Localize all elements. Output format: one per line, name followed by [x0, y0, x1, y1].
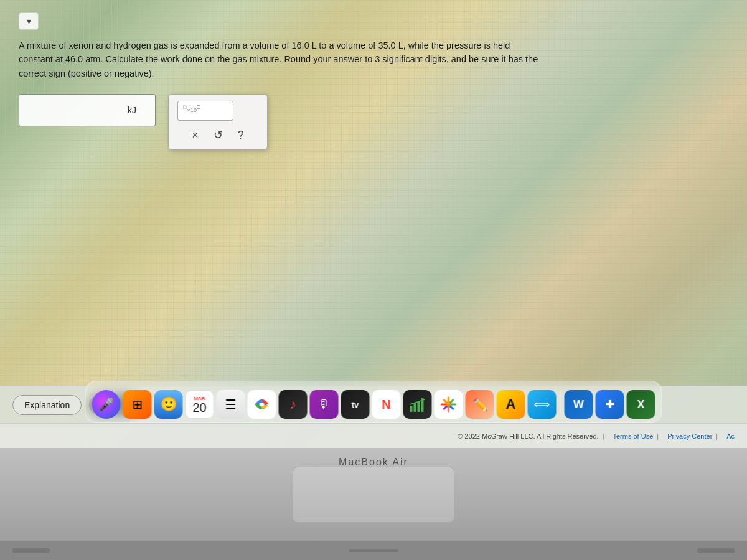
sci-checkbox-icon: □ [183, 104, 186, 110]
dock-item-zoom[interactable]: ✚ [596, 390, 624, 419]
accessibility-link[interactable]: Ac [726, 432, 735, 440]
photos-icon [439, 394, 459, 414]
chevron-down-icon: ▾ [27, 16, 31, 26]
word-icon: W [573, 398, 584, 411]
zoom-icon: ✚ [605, 398, 614, 411]
reminders-icon: ☰ [225, 397, 237, 412]
excel-icon: X [637, 398, 644, 411]
bottom-center-indicator [349, 549, 398, 552]
launchpad-icon: ⊞ [132, 397, 143, 412]
calendar-day: 20 [192, 401, 206, 414]
dock-item-photos[interactable] [435, 390, 463, 419]
popup-buttons: × ↺ ? [177, 127, 258, 143]
svg-rect-2 [410, 406, 413, 412]
chrome-icon [253, 395, 271, 414]
translate-icon: ⟺ [534, 398, 550, 411]
dock-divider [560, 391, 561, 413]
bottom-right-indicator [697, 548, 735, 553]
terms-of-use-link[interactable]: Terms of Use [613, 432, 654, 440]
dock-item-finder[interactable]: 🙂 [154, 390, 183, 419]
dock-item-podcasts[interactable]: 🎙 [310, 390, 339, 419]
podcasts-icon: 🎙 [318, 398, 331, 412]
bottom-indicators [0, 541, 747, 560]
dock-item-news[interactable]: N [372, 390, 401, 419]
finder-icon: 🙂 [160, 396, 177, 413]
sci-exponent: □ [197, 104, 200, 110]
annotate-icon: ✏️ [472, 397, 487, 412]
stocks-icon [409, 396, 426, 413]
unit-label: kJ [128, 105, 136, 115]
privacy-center-link[interactable]: Privacy Center [667, 432, 712, 440]
sci-notation-popup: □ ×10 □ × ↺ ? [168, 94, 268, 150]
dock-item-translate[interactable]: ⟺ [528, 390, 557, 419]
content-area: ▾ A mixture of xenon and hydrogen gas is… [0, 0, 747, 423]
copyright-text: © 2022 McGraw Hill LLC. All Rights Reser… [458, 432, 598, 440]
laptop-screen: ▾ A mixture of xenon and hydrogen gas is… [0, 0, 747, 448]
sci-popup-top: □ ×10 □ [177, 101, 258, 121]
sci-notation-box[interactable]: □ ×10 □ [177, 101, 233, 121]
dock-item-launchpad[interactable]: ⊞ [123, 390, 152, 419]
collapse-button[interactable]: ▾ [19, 12, 39, 30]
macos-dock: 🎤 ⊞ 🙂 MAR 20 ☰ [85, 381, 662, 423]
answer-input-box[interactable]: kJ [19, 94, 156, 126]
copyright-bar: © 2022 McGraw Hill LLC. All Rights Reser… [0, 423, 747, 448]
siri-icon: 🎤 [98, 397, 114, 412]
question-text: A mixture of xenon and hydrogen gas is e… [19, 39, 579, 80]
dock-item-calendar[interactable]: MAR 20 [186, 390, 214, 419]
laptop-bottom: MacBook Air [0, 448, 747, 560]
help-button[interactable]: ? [235, 128, 247, 143]
dock-item-siri[interactable]: 🎤 [92, 390, 121, 419]
trackpad[interactable] [293, 467, 454, 523]
bottom-left-indicator [12, 548, 50, 553]
sci-x10-label: ×10 [187, 104, 197, 113]
sketch-icon: A [506, 396, 516, 413]
svg-rect-3 [414, 403, 416, 412]
dock-item-reminders[interactable]: ☰ [217, 390, 245, 419]
dock-item-excel[interactable]: X [627, 390, 655, 419]
input-row: kJ □ ×10 □ × ↺ ? [19, 94, 728, 150]
dock-item-annotate[interactable]: ✏️ [466, 390, 494, 419]
dock-item-stocks[interactable] [403, 390, 432, 419]
answer-input[interactable] [26, 105, 125, 116]
dock-item-appletv[interactable]: tv [341, 390, 370, 419]
svg-rect-4 [418, 401, 420, 412]
dock-item-word[interactable]: W [565, 390, 593, 419]
news-icon: N [382, 398, 390, 412]
clear-button[interactable]: × [189, 128, 201, 143]
appletv-icon: tv [352, 400, 359, 409]
undo-button[interactable]: ↺ [211, 127, 225, 143]
dock-item-sketch[interactable]: A [497, 390, 525, 419]
music-icon: ♪ [289, 396, 296, 413]
explanation-button[interactable]: Explanation [12, 395, 82, 415]
dock-item-music[interactable]: ♪ [279, 390, 308, 419]
dock-item-chrome[interactable] [248, 390, 276, 419]
